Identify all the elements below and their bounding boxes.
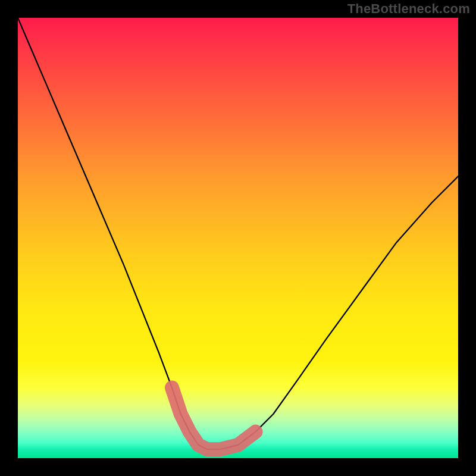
chart-container: TheBottleneck.com xyxy=(0,0,476,476)
plot-area xyxy=(18,18,458,458)
curve-svg xyxy=(18,18,458,458)
main-curve-path xyxy=(18,18,458,449)
watermark-text: TheBottleneck.com xyxy=(347,1,470,17)
highlight-curve-path xyxy=(172,388,256,450)
